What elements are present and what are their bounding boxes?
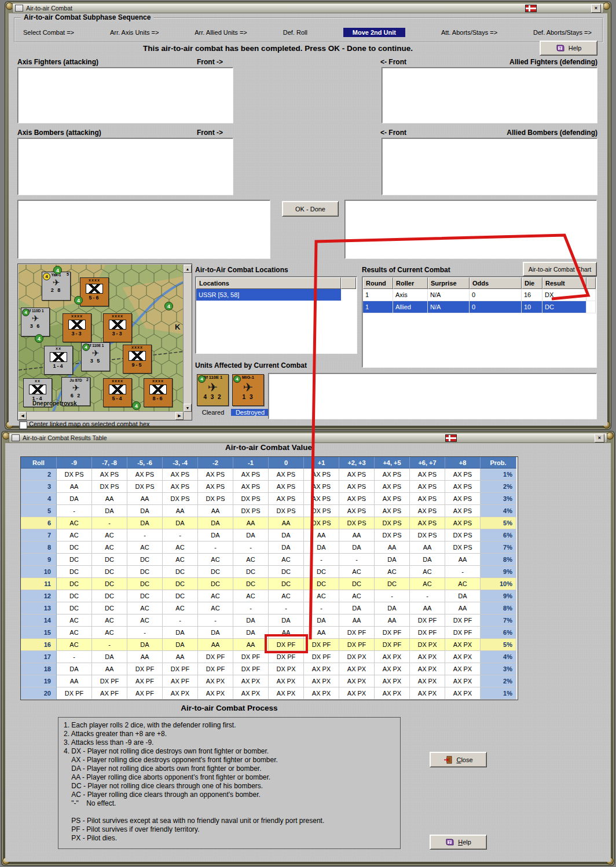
unit-counter[interactable]: XXXX5-6 xyxy=(80,277,109,306)
titlebar-air-combat[interactable]: Air-to-air Combat × xyxy=(12,3,604,13)
titlebar-results-table[interactable]: Air-to-air Combat Results Table × xyxy=(9,433,607,443)
subphase-step[interactable]: Move 2nd Unit xyxy=(343,28,405,37)
location-row[interactable]: USSR [53, 58] xyxy=(196,289,341,301)
results-cell[interactable]: 16 xyxy=(522,289,542,301)
scroll-left-icon[interactable]: ◀ xyxy=(19,412,27,420)
locations-list[interactable]: Locations USSR [53, 58] xyxy=(195,276,357,354)
map-number-badge: 4 xyxy=(35,334,43,343)
unit-counter[interactable]: 4Bf 110E 1✈4 3 2 xyxy=(197,374,229,406)
roll-cell: 19 xyxy=(21,675,57,687)
combat-value-cell: AX PS xyxy=(445,481,481,493)
combat-value-cell: - xyxy=(304,602,339,614)
prob-cell: 5% xyxy=(481,639,516,651)
unit-counter[interactable]: 54Yak-1✈2 8 xyxy=(42,272,71,301)
scroll-up-icon[interactable]: ▲ xyxy=(184,265,192,273)
results-column-header[interactable]: Odds xyxy=(470,277,522,289)
subphase-step[interactable]: Arr. Allied Units => xyxy=(195,29,247,36)
results-column-header[interactable]: Roller xyxy=(393,277,428,289)
results-cell[interactable]: 0 xyxy=(470,289,522,301)
left-info-panel[interactable] xyxy=(17,200,270,259)
map-horizontal-scrollbar[interactable]: ◀ ▶ xyxy=(19,411,184,420)
allied-bombers-list[interactable] xyxy=(382,138,597,195)
combat-map[interactable]: 54Yak-1✈2 8XXXX5-64Bf 110D 1✈3 6XXXX3-3X… xyxy=(17,264,192,420)
combat-value-cell: AC xyxy=(163,554,198,566)
infantry-symbol xyxy=(29,385,46,394)
results-cell[interactable]: 1 xyxy=(363,289,393,301)
combat-value-cell: DA xyxy=(339,542,375,554)
results-column-header[interactable]: Round xyxy=(363,277,393,289)
combat-value-cell: AC xyxy=(163,542,198,554)
results-table[interactable]: RoundRollerSurpriseOddsDieResult 1AxisN/… xyxy=(362,276,597,368)
close-icon[interactable]: × xyxy=(595,434,604,442)
scroll-right-icon[interactable]: ▶ xyxy=(175,412,184,420)
combat-value-cell: DC xyxy=(163,578,198,590)
subphase-step[interactable]: Def. Roll xyxy=(283,29,307,36)
results-column-header[interactable]: Surprise xyxy=(428,277,470,289)
results-cell[interactable]: Axis xyxy=(393,289,428,301)
results-cell[interactable]: 0 xyxy=(470,301,522,313)
combat-value-cell: AA xyxy=(233,517,269,529)
combat-value-cell: AA xyxy=(92,493,127,505)
unit-counter[interactable]: XXXX3-3 xyxy=(103,313,132,342)
unit-counter[interactable]: XXXX9-5 xyxy=(123,345,152,374)
combat-value-cell: DC xyxy=(127,566,163,578)
results-column-header[interactable]: Die xyxy=(522,277,542,289)
subphase-step[interactable]: Select Combat => xyxy=(23,29,74,36)
help-button[interactable]: ? Help xyxy=(540,41,597,56)
axis-bombers-list[interactable] xyxy=(17,138,233,195)
unit-status-label[interactable]: Cleared xyxy=(196,409,230,416)
combat-value-cell: - xyxy=(127,529,163,542)
unit-size-symbol: XX xyxy=(24,379,52,383)
results-cell[interactable]: Allied xyxy=(393,301,428,313)
units-affected-panel[interactable] xyxy=(268,373,597,419)
axis-fighters-list[interactable] xyxy=(17,67,233,123)
combat-value-header-row: Roll-9-7, -8-5, -6-3, -4-2-10+1+2, +3+4,… xyxy=(21,457,518,469)
right-info-panel[interactable] xyxy=(344,200,597,259)
ok-done-button[interactable]: OK - Done xyxy=(282,201,339,217)
results-cell[interactable]: N/A xyxy=(428,289,470,301)
results-cell[interactable]: DC xyxy=(542,301,586,313)
unit-counter[interactable]: 4MiG-1✈1 3 xyxy=(232,374,264,406)
subphase-step[interactable]: Att. Aborts/Stays => xyxy=(441,29,497,36)
close-button[interactable]: Close xyxy=(430,752,487,767)
combat-value-cell: AX PF xyxy=(127,675,163,687)
results-column-header[interactable]: Result xyxy=(542,277,586,289)
results-cell[interactable]: DX xyxy=(542,289,586,301)
unit-counter[interactable]: XXXX3-3 xyxy=(63,313,91,342)
combat-value-cell: - xyxy=(92,639,127,651)
combat-value-cell: AX PS xyxy=(233,469,269,481)
unit-counter[interactable]: XXXX8-6 xyxy=(144,378,173,407)
combat-value-cell: AX PX xyxy=(445,651,481,663)
scroll-down-icon[interactable]: ▼ xyxy=(184,404,192,412)
subphase-step[interactable]: Def. Aborts/Stays => xyxy=(533,29,592,36)
unit-counter[interactable]: 4Bf 110E 1✈3 5 xyxy=(81,342,110,371)
combat-value-cell: DC xyxy=(269,566,304,578)
locations-title: Air-to-Air Combat Locations xyxy=(195,266,288,274)
help-button-bottom[interactable]: ? Help xyxy=(430,835,487,850)
locations-rows: USSR [53, 58] xyxy=(196,289,356,301)
map-vertical-scrollbar[interactable]: ▲ ▼ xyxy=(183,265,192,412)
combat-value-cell: AX PX xyxy=(233,675,269,687)
map-number-badge: 4 xyxy=(164,302,173,310)
combat-value-cell: AX PX xyxy=(375,651,410,663)
unit-counter[interactable]: XXXX5-4 xyxy=(103,378,132,407)
combat-value-cell: DX PS xyxy=(375,529,410,542)
results-cell[interactable]: 10 xyxy=(522,301,542,313)
unit-counter[interactable]: XX1-4 xyxy=(44,346,73,375)
close-icon[interactable]: × xyxy=(591,4,601,13)
locations-column-header[interactable]: Locations xyxy=(196,277,341,289)
combat-value-cell: DX PS xyxy=(269,505,304,517)
combat-value-cell: AX PX xyxy=(410,687,445,700)
results-cell[interactable]: N/A xyxy=(428,301,470,313)
combat-chart-button[interactable]: Air-to-air Combat Chart xyxy=(523,262,597,276)
allied-fighters-list[interactable] xyxy=(382,67,597,123)
map-canvas[interactable]: 54Yak-1✈2 8XXXX5-64Bf 110D 1✈3 6XXXX3-3X… xyxy=(19,265,184,412)
results-cell[interactable]: 1 xyxy=(363,301,393,313)
window-icon xyxy=(15,5,23,12)
combat-value-cell: DC xyxy=(92,554,127,566)
close-button-label: Close xyxy=(456,756,472,763)
subphase-step[interactable]: Arr. Axis Units => xyxy=(110,29,159,36)
unit-counter[interactable]: 4Bf 110D 1✈3 6 xyxy=(21,308,50,336)
unit-status-label[interactable]: Destroyed xyxy=(231,409,269,416)
center-map-checkbox[interactable] xyxy=(19,421,27,429)
